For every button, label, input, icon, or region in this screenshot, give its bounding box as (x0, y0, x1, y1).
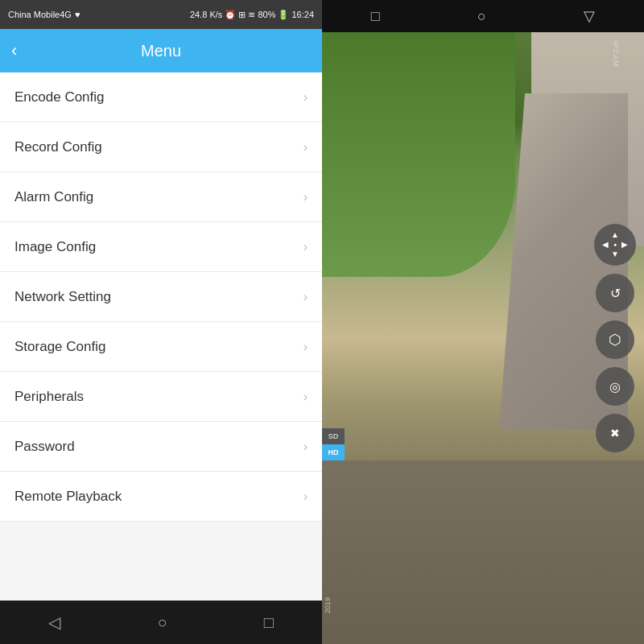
menu-label-alarm-config: Alarm Config (14, 189, 93, 205)
zoom-button[interactable]: ⬡ (596, 320, 634, 359)
menu-label-record-config: Record Config (14, 139, 102, 155)
chevron-icon-encode-config: › (303, 90, 308, 105)
menu-label-storage-config: Storage Config (14, 339, 105, 355)
square-icon[interactable]: □ (371, 8, 380, 25)
battery-icon: 🔋 (278, 10, 289, 20)
dpad-down[interactable]: ▼ (610, 250, 620, 259)
wifi-icon: ⏰ ⊞ ≋ (225, 10, 255, 20)
right-top-bar: □ ○ ▽ (322, 0, 644, 32)
vegetation-overlay (322, 32, 515, 277)
home-nav-icon[interactable]: ○ (157, 613, 167, 632)
delete-button[interactable]: ✖ (596, 414, 634, 452)
right-phone: □ ○ ▽ IPCAM SD HD 2019 ▲ ◀ (322, 0, 644, 644)
chevron-icon-alarm-config: › (303, 190, 308, 204)
menu-list: Encode Config›Record Config›Alarm Config… (0, 72, 322, 601)
directional-pad[interactable]: ▲ ◀ ● ▶ ▼ (594, 224, 636, 266)
dpad-center[interactable]: ● (610, 240, 620, 250)
carrier-label: China Mobile4G (8, 10, 72, 19)
chevron-icon-password: › (303, 440, 308, 454)
triangle-icon[interactable]: ▽ (584, 7, 595, 25)
snapshot-button[interactable]: ◎ (596, 367, 634, 406)
camera-view: IPCAM SD HD 2019 ▲ ◀ ● ▶ ▼ (322, 32, 644, 644)
chevron-icon-storage-config: › (303, 340, 308, 354)
recent-nav-icon[interactable]: □ (264, 613, 274, 632)
menu-label-peripherals: Peripherals (14, 389, 84, 405)
menu-item-alarm-config[interactable]: Alarm Config› (0, 172, 322, 222)
menu-item-storage-config[interactable]: Storage Config› (0, 322, 322, 372)
time-label: 16:24 (291, 10, 314, 19)
battery-label: 80% (258, 10, 275, 19)
left-phone: China Mobile4G ♥ 24.8 K/s ⏰ ⊞ ≋ 80% 🔋 16… (0, 0, 322, 644)
speed-label: 24.8 K/s (190, 10, 222, 19)
signal-icon: ♥ (75, 10, 80, 19)
year-label: 2019 (324, 597, 332, 613)
menu-item-remote-playback[interactable]: Remote Playback› (0, 472, 322, 522)
menu-item-network-setting[interactable]: Network Setting› (0, 272, 322, 322)
camera-controls: ▲ ◀ ● ▶ ▼ ↺ ⬡ ◎ ✖ (594, 224, 636, 452)
dpad-right[interactable]: ▶ (620, 240, 630, 250)
header-title: Menu (141, 42, 181, 60)
app-header: ‹ Menu (0, 29, 322, 72)
hd-quality-button[interactable]: HD (322, 444, 345, 460)
chevron-icon-peripherals: › (303, 390, 308, 404)
menu-item-peripherals[interactable]: Peripherals› (0, 372, 322, 422)
menu-item-password[interactable]: Password› (0, 422, 322, 472)
sd-quality-button[interactable]: SD (322, 428, 345, 444)
back-nav-icon[interactable]: ◁ (48, 613, 60, 632)
ipcam-watermark: IPCAM (612, 40, 620, 68)
status-bar-right: 24.8 K/s ⏰ ⊞ ≋ 80% 🔋 16:24 (190, 10, 314, 20)
chevron-icon-record-config: › (303, 140, 308, 155)
status-bar-left: China Mobile4G ♥ (8, 10, 80, 19)
menu-label-remote-playback: Remote Playback (14, 489, 122, 505)
menu-item-image-config[interactable]: Image Config› (0, 222, 322, 272)
menu-label-image-config: Image Config (14, 239, 96, 255)
dpad-up[interactable]: ▲ (610, 230, 620, 240)
menu-label-network-setting: Network Setting (14, 289, 111, 305)
bottom-nav: ◁ ○ □ (0, 601, 322, 644)
menu-label-encode-config: Encode Config (14, 89, 105, 105)
dpad-left[interactable]: ◀ (601, 240, 610, 250)
back-button[interactable]: ‹ (11, 40, 17, 61)
menu-item-record-config[interactable]: Record Config› (0, 122, 322, 172)
menu-item-encode-config[interactable]: Encode Config› (0, 72, 322, 122)
refresh-button[interactable]: ↺ (596, 274, 634, 312)
quality-toggle: SD HD (322, 428, 345, 460)
menu-label-password: Password (14, 439, 75, 455)
chevron-icon-remote-playback: › (303, 489, 308, 504)
status-bar: China Mobile4G ♥ 24.8 K/s ⏰ ⊞ ≋ 80% 🔋 16… (0, 0, 322, 29)
chevron-icon-network-setting: › (303, 290, 308, 304)
chevron-icon-image-config: › (303, 240, 308, 254)
walkway-overlay (322, 460, 644, 644)
circle-icon[interactable]: ○ (477, 8, 486, 25)
